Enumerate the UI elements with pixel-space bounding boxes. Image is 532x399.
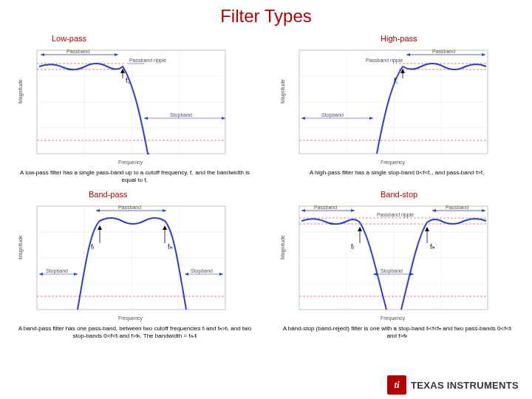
svg-marker-85 bbox=[301, 209, 305, 212]
svg-text:Passband: Passband bbox=[432, 49, 455, 54]
chart-grid: Low-pass Passband Passband r bbox=[15, 31, 517, 340]
svg-marker-104 bbox=[425, 227, 429, 231]
svg-text:Passband: Passband bbox=[314, 205, 337, 210]
svg-marker-70 bbox=[98, 225, 102, 230]
svg-text:Magnitude: Magnitude bbox=[18, 79, 24, 103]
ti-logo-text: TEXAS INSTRUMENTS bbox=[411, 380, 519, 391]
svg-marker-34 bbox=[482, 53, 485, 56]
svg-text:Frequency: Frequency bbox=[118, 316, 143, 321]
svg-marker-8 bbox=[41, 53, 44, 56]
svg-text:Passband: Passband bbox=[118, 205, 141, 210]
svg-marker-65 bbox=[185, 273, 188, 276]
svg-marker-66 bbox=[219, 273, 223, 276]
lowpass-subtitle: Low-pass bbox=[52, 34, 86, 43]
svg-marker-58 bbox=[163, 209, 166, 212]
svg-text:Frequency: Frequency bbox=[118, 160, 143, 166]
highpass-cell: High-pass Passband Passband ripple bbox=[277, 31, 517, 184]
svg-marker-63 bbox=[74, 273, 78, 276]
bandpass-subtitle: Band-pass bbox=[89, 190, 128, 199]
svg-marker-33 bbox=[406, 53, 410, 56]
svg-marker-57 bbox=[96, 209, 100, 212]
page-title: Filter Types bbox=[15, 6, 517, 27]
svg-marker-73 bbox=[163, 225, 167, 230]
svg-marker-41 bbox=[301, 117, 305, 120]
svg-marker-101 bbox=[358, 227, 362, 231]
bandpass-caption: A band-pass filter has one pass-band, be… bbox=[15, 325, 255, 340]
highpass-caption: A high-pass filter has a single stop-ban… bbox=[277, 169, 517, 177]
ti-logo-icon: ti bbox=[387, 375, 406, 395]
bandstop-cell: Band-stop Passband Passband P bbox=[277, 187, 517, 340]
bandpass-cell: Band-pass Passband Stopband bbox=[15, 187, 255, 340]
bandpass-chart: Passband Stopband Stopband fₗ bbox=[15, 200, 236, 322]
footer-brand: ti TEXAS INSTRUMENTS bbox=[387, 375, 519, 395]
svg-text:Passband: Passband bbox=[446, 205, 468, 210]
svg-text:Stopband: Stopband bbox=[170, 112, 192, 118]
fh-arrow-icon bbox=[163, 225, 167, 243]
lowpass-chart: Passband Passband ripple Stopband bbox=[15, 44, 236, 166]
svg-text:Frequency: Frequency bbox=[381, 316, 406, 321]
svg-marker-9 bbox=[115, 53, 118, 56]
svg-text:Stopband: Stopband bbox=[191, 268, 213, 274]
svg-marker-88 bbox=[432, 209, 436, 212]
svg-text:Stopband: Stopband bbox=[46, 268, 68, 274]
bandstop-subtitle: Band-stop bbox=[381, 190, 417, 199]
svg-text:Magnitude: Magnitude bbox=[280, 235, 286, 259]
highpass-chart: Passband Passband ripple Stopband f꜀ Fre… bbox=[277, 44, 499, 166]
svg-marker-42 bbox=[369, 117, 373, 120]
lowpass-caption: A low-pass filter has a single pass-band… bbox=[15, 169, 255, 184]
fh-arrow-icon bbox=[425, 227, 429, 243]
svg-marker-18 bbox=[222, 117, 225, 120]
svg-marker-62 bbox=[39, 273, 43, 276]
fl-arrow-icon bbox=[358, 227, 362, 243]
svg-text:fₗ: fₗ bbox=[91, 243, 95, 250]
fl-arrow-icon bbox=[98, 225, 102, 243]
lowpass-cell: Low-pass Passband Passband r bbox=[15, 31, 255, 184]
svg-text:Magnitude: Magnitude bbox=[280, 79, 286, 103]
svg-text:Passband ripple: Passband ripple bbox=[377, 212, 414, 218]
svg-marker-86 bbox=[351, 209, 355, 212]
svg-marker-17 bbox=[144, 117, 148, 120]
bandstop-chart: Passband Passband Passband ripple Stopba… bbox=[277, 200, 499, 322]
svg-text:Magnitude: Magnitude bbox=[18, 235, 24, 259]
bandstop-caption: A band-stop (band-reject) filter is one … bbox=[277, 325, 517, 340]
svg-text:Passband: Passband bbox=[66, 49, 89, 54]
svg-text:fₗ: fₗ bbox=[351, 243, 355, 250]
svg-text:Passband ripple: Passband ripple bbox=[129, 58, 166, 64]
highpass-subtitle: High-pass bbox=[381, 34, 417, 43]
svg-text:f꜀: f꜀ bbox=[126, 77, 130, 84]
svg-text:Stopband: Stopband bbox=[381, 268, 403, 274]
svg-text:Stopband: Stopband bbox=[321, 112, 344, 118]
svg-marker-89 bbox=[482, 209, 485, 212]
svg-text:fₕ: fₕ bbox=[430, 243, 435, 250]
svg-text:f꜀: f꜀ bbox=[394, 77, 398, 84]
svg-text:fₕ: fₕ bbox=[168, 243, 173, 250]
svg-text:Frequency: Frequency bbox=[381, 160, 406, 166]
svg-text:Passband ripple: Passband ripple bbox=[366, 58, 403, 64]
